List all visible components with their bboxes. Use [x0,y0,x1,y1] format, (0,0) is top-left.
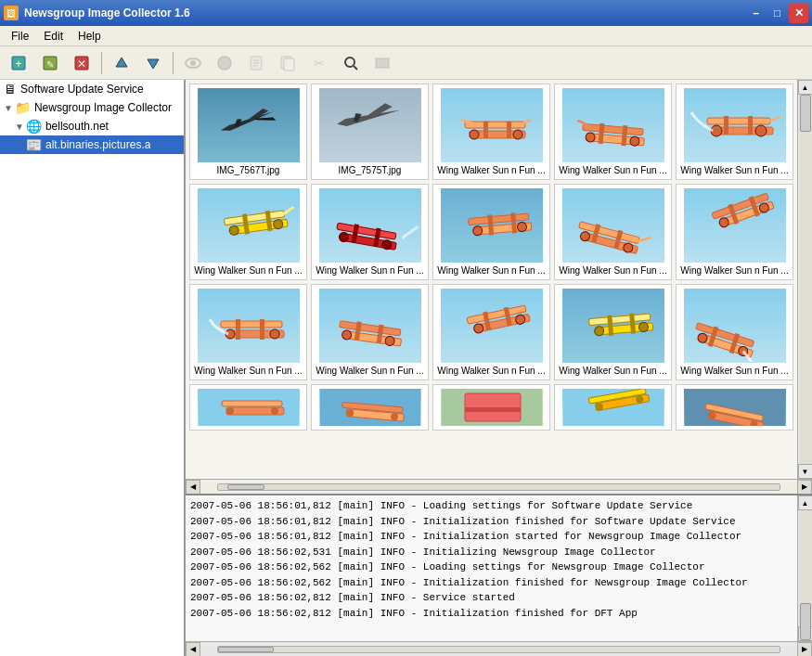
svg-line-19 [354,66,357,70]
content-area: IMG_7567T.jpg [186,80,812,656]
sidebar-item-alt-binaries[interactable]: 📰 alt.binaries.pictures.a [0,135,184,154]
sidebar-label-newsgroup: Newsgroup Image Collector [34,101,172,114]
svg-text:+: + [15,58,21,71]
hscroll-thumb[interactable] [227,484,264,490]
log-vscrollbar: ▲ ▼ [797,495,812,641]
toolbar-page2[interactable] [273,50,303,76]
computer-icon: 🖥 [4,82,17,96]
log-entry: 2007-05-06 18:56:02,812 [main] INFO - In… [190,606,793,622]
image-label-3: Wing Walker Sun n Fun ... [437,165,546,175]
vscroll-track[interactable] [799,95,812,464]
toolbar-connect[interactable] [210,50,239,76]
image-cell-19[interactable] [554,384,672,431]
log-vscroll-track[interactable] [799,510,812,626]
image-cell-17[interactable] [311,384,429,431]
maximize-button[interactable]: □ [767,4,787,23]
log-hscroll-thumb[interactable] [218,647,274,652]
image-thumb-18 [441,389,543,426]
image-grid: IMG_7567T.jpg [189,84,793,431]
image-cell-10[interactable]: Wing Walker Sun n Fun ... [676,184,793,280]
toolbar-page[interactable] [241,50,271,76]
image-thumb-20 [684,389,786,426]
newsgroup-icon: 📰 [26,137,42,152]
image-cell-2[interactable]: IMG_7575T.jpg [311,84,429,180]
toolbar-down[interactable] [138,50,168,76]
svg-point-43 [755,125,767,136]
toolbar-edit[interactable]: ✎ [35,50,65,76]
toolbar-stop[interactable] [367,50,397,76]
svg-rect-26 [483,122,488,138]
image-thumb-19 [562,389,664,426]
log-vscroll-thumb[interactable] [800,603,811,640]
image-cell-3[interactable]: Wing Walker Sun n Fun ... [432,84,550,180]
image-cell-14[interactable]: Wing Walker Sun n Fun ... [554,284,672,380]
log-entry: 2007-05-06 18:56:01,812 [main] INFO - Lo… [190,498,793,514]
svg-rect-37 [685,89,785,161]
image-cell-4[interactable]: Wing Walker Sun n Fun ... [554,84,672,180]
toolbar-cut[interactable]: ✂ [304,50,334,76]
log-hscroll-right-arrow[interactable]: ▶ [797,642,812,657]
image-cell-15[interactable]: Wing Walker Sun n Fun ... [676,284,793,380]
hscroll-right-arrow[interactable]: ▶ [797,480,812,495]
image-thumb-4 [562,88,664,162]
image-thumb-15 [684,289,786,363]
svg-rect-27 [507,122,511,138]
svg-rect-82 [236,319,240,340]
image-cell-8[interactable]: Wing Walker Sun n Fun ... [432,184,550,280]
svg-rect-126 [465,407,521,412]
hscroll-left-arrow[interactable]: ◀ [186,480,200,495]
svg-text:✂: ✂ [314,56,325,71]
image-cell-20[interactable] [676,384,793,431]
image-cell-18[interactable] [432,384,550,431]
log-entry: 2007-05-06 18:56:02,562 [main] INFO - In… [190,575,793,591]
svg-rect-22 [320,89,420,161]
log-hscroll-track[interactable] [217,646,780,653]
toolbar-new[interactable]: + [4,50,33,76]
sidebar-item-software-update[interactable]: 🖥 Software Update Service [0,80,184,98]
close-button[interactable]: ✕ [789,4,808,23]
image-thumb-9 [562,188,664,263]
svg-rect-16 [284,58,294,71]
menu-file[interactable]: File [4,28,36,45]
menu-edit[interactable]: Edit [36,28,71,45]
image-cell-13[interactable]: Wing Walker Sun n Fun ... [432,284,550,380]
menu-help[interactable]: Help [71,28,109,45]
log-vscroll-up-arrow[interactable]: ▲ [798,495,813,510]
window-title: Newsgroup Image Collector 1.6 [24,6,746,19]
vscroll-up-arrow[interactable]: ▲ [798,80,813,95]
log-entry: 2007-05-06 18:56:02,562 [main] INFO - Lo… [190,560,793,575]
image-thumb-8 [441,188,543,263]
window-controls: – □ ✕ [746,4,808,23]
log-content[interactable]: 2007-05-06 18:56:01,812 [main] INFO - Lo… [186,495,797,641]
svg-text:✕: ✕ [77,58,86,71]
sidebar-item-newsgroup[interactable]: ▼ 📁 Newsgroup Image Collector [0,98,184,117]
image-cell-1[interactable]: IMG_7567T.jpg [189,84,307,180]
image-hscrollbar: ◀ ▶ [186,479,812,494]
image-thumb-5 [684,88,786,162]
image-grid-container[interactable]: IMG_7567T.jpg [186,80,797,479]
vscroll-thumb[interactable] [800,95,811,132]
toolbar-search[interactable] [336,50,366,76]
toolbar-delete[interactable]: ✕ [67,50,97,76]
image-cell-6[interactable]: Wing Walker Sun n Fun ... [189,184,307,280]
minimize-button[interactable]: – [746,4,766,23]
sidebar-item-bellsouth[interactable]: ▼ 🌐 bellsouth.net [0,117,184,135]
hscroll-track[interactable] [217,483,780,491]
image-cell-9[interactable]: Wing Walker Sun n Fun ... [554,184,672,280]
toolbar-view[interactable] [178,50,208,76]
svg-marker-6 [116,58,127,67]
image-cell-7[interactable]: Wing Walker Sun n Fun ... [311,184,429,280]
image-label-14: Wing Walker Sun n Fun ... [559,366,667,376]
expand-icon: ▼ [4,103,13,113]
image-cell-11[interactable]: Wing Walker Sun n Fun ... [189,284,307,380]
image-cell-5[interactable]: Wing Walker Sun n Fun ... [676,84,793,180]
image-label-7: Wing Walker Sun n Fun ... [316,265,424,276]
toolbar-up[interactable] [107,50,136,76]
image-thumb-1 [198,88,300,162]
vscroll-down-arrow[interactable]: ▼ [798,464,813,479]
image-cell-12[interactable]: Wing Walker Sun n Fun ... [311,284,429,380]
log-hscroll-left-arrow[interactable]: ◀ [186,642,200,657]
image-cell-16[interactable] [189,384,307,431]
toolbar-sep-2 [173,52,174,74]
image-thumb-6 [198,188,300,263]
